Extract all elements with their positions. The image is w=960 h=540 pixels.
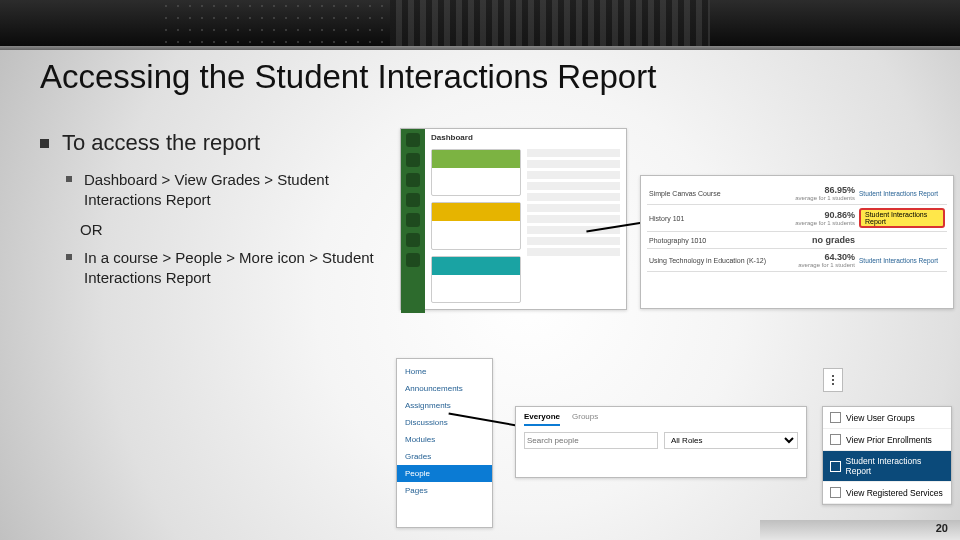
grades-row: Photography 1010no grades — [647, 232, 947, 249]
bullet-path-course: In a course > People > More icon > Stude… — [66, 248, 380, 289]
menu-item-icon — [830, 487, 841, 498]
banner-divider — [0, 46, 960, 50]
menu-item-icon — [830, 461, 841, 472]
grades-row: Using Technology in Education (K-12)64.3… — [647, 249, 947, 272]
bullet-lvl1: To access the report — [40, 130, 380, 156]
grades-row: History 10190.86%average for 1 studentsS… — [647, 205, 947, 232]
decorative-banner — [0, 0, 960, 46]
course-nav-item: Home — [397, 363, 492, 380]
tab-groups: Groups — [572, 412, 598, 426]
bullet-content: To access the report Dashboard > View Gr… — [40, 130, 380, 298]
role-select: All Roles — [664, 432, 798, 449]
student-interactions-link: Student Interactions Report — [859, 190, 938, 197]
course-nav-item: Announcements — [397, 380, 492, 397]
bullet-path-dashboard: Dashboard > View Grades > Student Intera… — [66, 170, 380, 211]
menu-item-icon — [830, 434, 841, 445]
screenshot-course-nav: HomeAnnouncementsAssignmentsDiscussionsM… — [396, 358, 493, 528]
menu-item-icon — [830, 412, 841, 423]
course-nav-item: Discussions — [397, 414, 492, 431]
more-icon — [823, 368, 843, 392]
dashboard-header: Dashboard — [431, 133, 473, 142]
page-number: 20 — [936, 522, 948, 534]
screenshot-dashboard: Dashboard — [400, 128, 627, 310]
more-menu-item: View Registered Services — [823, 482, 951, 504]
more-menu-item: View User Groups — [823, 407, 951, 429]
student-interactions-link-highlighted: Student Interactions Report — [859, 208, 945, 228]
course-nav-item: Pages — [397, 482, 492, 499]
search-people-input — [524, 432, 658, 449]
tab-everyone: Everyone — [524, 412, 560, 426]
grades-row: Simple Canvas Course86.95%average for 1 … — [647, 182, 947, 205]
screenshot-grades-table: Simple Canvas Course86.95%average for 1 … — [640, 175, 954, 309]
bullet-or: OR — [80, 221, 380, 238]
course-nav-item: Assignments — [397, 397, 492, 414]
course-nav-item: People — [397, 465, 492, 482]
slide-title: Accessing the Student Interactions Repor… — [40, 58, 656, 96]
more-menu-item: View Prior Enrollments — [823, 429, 951, 451]
course-nav-item: Grades — [397, 448, 492, 465]
screenshot-more-menu: View User GroupsView Prior EnrollmentsSt… — [822, 406, 952, 505]
footer-bar — [760, 520, 960, 540]
more-menu-item: Student Interactions Report — [823, 451, 951, 482]
course-nav-item: Modules — [397, 431, 492, 448]
student-interactions-link: Student Interactions Report — [859, 257, 938, 264]
screenshot-people-panel: Everyone Groups All Roles — [515, 406, 807, 478]
